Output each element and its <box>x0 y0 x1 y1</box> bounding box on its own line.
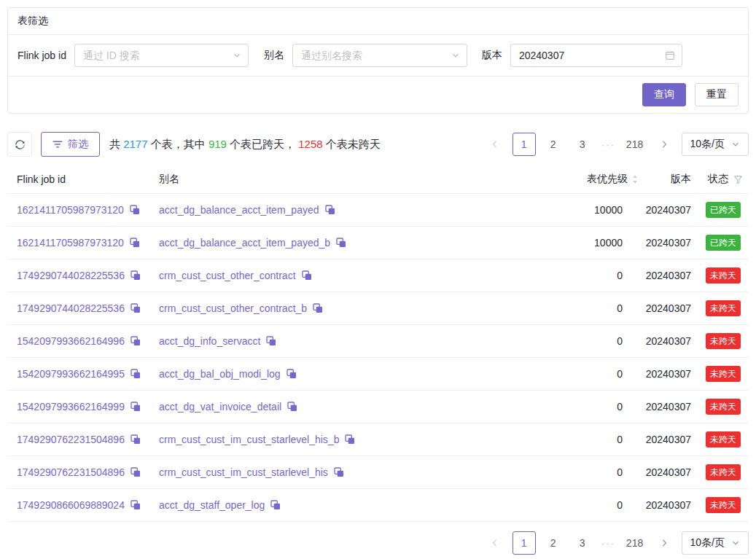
cell-version: 20240307 <box>642 401 693 413</box>
flink-job-id-input[interactable] <box>75 44 248 66</box>
copy-icon[interactable] <box>287 402 297 412</box>
filter-button[interactable]: 筛选 <box>41 132 100 157</box>
pagination-page-3[interactable]: 3 <box>571 531 594 555</box>
summary-segment: 1258 <box>298 138 322 150</box>
copy-icon[interactable] <box>334 467 344 477</box>
cell-version: 20240307 <box>642 335 693 347</box>
pagination-page-218[interactable]: 218 <box>623 133 647 156</box>
cell-status: 未跨天 <box>693 399 749 415</box>
flink-job-id-link[interactable]: 1542097993662164995 <box>17 368 125 380</box>
status-badge: 未跨天 <box>706 267 741 284</box>
pagination-page-2[interactable]: 2 <box>542 133 565 156</box>
alias-link[interactable]: crm_cust_cust_im_cust_starlevel_his <box>159 466 328 478</box>
alias-select[interactable] <box>292 44 467 67</box>
footer-bar: 123···21810条/页 <box>7 531 749 555</box>
cell-flink-job-id: 1542097993662164995 <box>7 368 159 380</box>
cell-alias: acct_dg_vat_invoice_detail <box>159 401 547 413</box>
page-size-select[interactable]: 10条/页 <box>682 531 749 555</box>
calendar-icon <box>665 50 675 60</box>
alias-link[interactable]: crm_cust_cust_other_contract_b <box>159 302 307 314</box>
flink-job-id-link[interactable]: 1621411705987973120 <box>17 204 124 216</box>
flink-job-id-select[interactable] <box>74 44 249 67</box>
flink-job-id-link[interactable]: 1749290744028225536 <box>17 270 125 281</box>
page-size-select[interactable]: 10条/页 <box>682 133 749 156</box>
table-row: 1542097993662164995acct_dg_bal_obj_modi_… <box>7 358 749 391</box>
filter-funnel-icon[interactable] <box>733 175 743 184</box>
copy-icon[interactable] <box>266 336 276 346</box>
alias-link[interactable]: acct_dg_bal_obj_modi_log <box>159 368 281 380</box>
alias-link[interactable]: crm_cust_cust_other_contract <box>159 270 296 281</box>
cell-priority: 10000 <box>547 237 642 249</box>
copy-icon[interactable] <box>130 270 141 281</box>
pagination-ellipsis[interactable]: ··· <box>600 538 617 549</box>
summary-text: 共 2177 个表，其中 919 个表已跨天， 1258 个表未跨天 <box>109 138 381 152</box>
copy-icon[interactable] <box>336 238 346 248</box>
pagination-page-1[interactable]: 1 <box>513 531 536 555</box>
flink-job-id-link[interactable]: 1542097993662164996 <box>17 335 125 347</box>
filter-form: Flink job id 别名 版本 <box>8 35 748 77</box>
copy-icon[interactable] <box>325 205 335 215</box>
cell-flink-job-id: 1749290744028225536 <box>7 270 159 281</box>
chevron-down-icon <box>451 51 460 60</box>
pagination-page-218[interactable]: 218 <box>623 531 647 555</box>
filter-button-label: 筛选 <box>68 138 88 151</box>
copy-icon[interactable] <box>345 434 355 445</box>
alias-link[interactable]: acct_dg_info_servacct <box>159 335 260 347</box>
flink-job-id-link[interactable]: 1749290744028225536 <box>17 302 125 314</box>
flink-job-id-link[interactable]: 1621411705987973120 <box>17 237 124 249</box>
reset-button[interactable]: 重置 <box>695 83 739 106</box>
copy-icon[interactable] <box>270 500 281 510</box>
pagination-next-button[interactable] <box>652 531 676 555</box>
copy-icon[interactable] <box>313 303 323 313</box>
copy-icon[interactable] <box>302 270 312 281</box>
pagination-page-3[interactable]: 3 <box>571 133 594 156</box>
flink-job-id-link[interactable]: 1749290762231504896 <box>17 434 125 445</box>
cell-alias: acct_dg_bal_obj_modi_log <box>159 368 547 380</box>
flink-job-id-link[interactable]: 1542097993662164999 <box>17 401 125 413</box>
copy-icon[interactable] <box>130 303 141 313</box>
alias-link[interactable]: crm_cust_cust_im_cust_starlevel_his_b <box>159 434 339 445</box>
copy-icon[interactable] <box>130 336 141 346</box>
pagination-ellipsis[interactable]: ··· <box>600 139 617 150</box>
copy-icon[interactable] <box>130 402 141 412</box>
copy-icon[interactable] <box>130 369 141 379</box>
filter-card: 表筛选 Flink job id 别名 版本 <box>7 7 749 114</box>
copy-icon[interactable] <box>130 467 141 477</box>
version-label: 版本 <box>482 49 502 62</box>
alias-link[interactable]: acct_dg_staff_oper_log <box>159 499 265 511</box>
summary-segment: 个表未跨天 <box>323 138 381 150</box>
pagination-next-button[interactable] <box>652 133 676 156</box>
column-header-flink-job-id: Flink job id <box>7 173 159 185</box>
copy-icon[interactable] <box>130 500 141 510</box>
pagination-page-2[interactable]: 2 <box>542 531 565 555</box>
status-badge: 未跨天 <box>706 300 741 316</box>
version-date-picker[interactable] <box>510 44 682 67</box>
alias-link[interactable]: acct_dg_vat_invoice_detail <box>159 401 281 413</box>
cell-alias: crm_cust_cust_im_cust_starlevel_his <box>159 466 547 478</box>
column-header-version: 版本 <box>642 173 693 186</box>
alias-link[interactable]: acct_dg_balance_acct_item_payed_b <box>159 237 330 249</box>
cell-priority: 0 <box>547 270 642 281</box>
table: Flink job id 别名 表优先级 版本 状态 1621411705987… <box>7 165 749 522</box>
column-header-priority-label: 表优先级 <box>587 173 628 186</box>
version-input[interactable] <box>511 44 682 66</box>
summary-segment: 个表，其中 <box>148 138 209 150</box>
column-header-status: 状态 <box>693 173 749 186</box>
pagination-page-1[interactable]: 1 <box>513 133 536 156</box>
summary-segment: 919 <box>209 138 227 150</box>
flink-job-id-link[interactable]: 1749290866069889024 <box>17 499 125 511</box>
refresh-button[interactable] <box>7 132 32 157</box>
copy-icon[interactable] <box>287 369 297 379</box>
query-button[interactable]: 查询 <box>642 83 686 106</box>
summary-segment: 2177 <box>123 138 147 150</box>
table-row: 1749290744028225536crm_cust_cust_other_c… <box>7 259 749 292</box>
alias-input[interactable] <box>293 44 467 66</box>
alias-link[interactable]: acct_dg_balance_acct_item_payed <box>159 204 319 216</box>
flink-job-id-link[interactable]: 1749290762231504896 <box>17 466 125 478</box>
summary-segment: 共 <box>109 138 123 150</box>
copy-icon[interactable] <box>130 434 141 445</box>
copy-icon[interactable] <box>130 238 140 248</box>
copy-icon[interactable] <box>130 205 140 215</box>
cell-priority: 0 <box>547 401 642 413</box>
sorter-icon[interactable] <box>631 174 639 184</box>
